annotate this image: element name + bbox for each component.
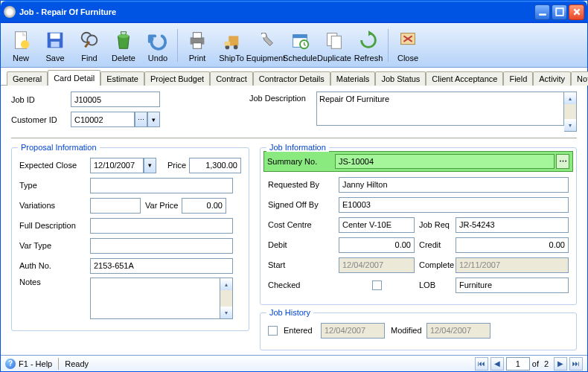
summary-no-input[interactable]: JS-10004 bbox=[335, 154, 555, 169]
type-label: Type bbox=[19, 181, 90, 190]
equipment-button[interactable]: Equipment bbox=[249, 25, 283, 65]
svg-rect-6 bbox=[51, 41, 59, 47]
variations-input[interactable] bbox=[90, 198, 141, 214]
proposal-legend: Proposal Information bbox=[18, 143, 100, 152]
duplicate-icon bbox=[322, 28, 346, 52]
svg-rect-0 bbox=[539, 13, 546, 15]
history-fieldset: Job History Entered Modified bbox=[260, 312, 577, 350]
requested-by-input[interactable] bbox=[339, 177, 569, 193]
lob-label: LOB bbox=[415, 280, 456, 289]
status-ready: Ready bbox=[65, 359, 89, 368]
pager-total: 2 bbox=[541, 359, 552, 368]
print-icon bbox=[185, 28, 209, 52]
job-desc-input[interactable] bbox=[316, 92, 564, 126]
statusbar: ? F1 - Help Ready ⏮ ◀ of 2 ▶ ⏭ bbox=[1, 355, 587, 371]
desc-scrollbar[interactable]: ▴▾ bbox=[564, 92, 577, 132]
start-label: Start bbox=[268, 260, 339, 269]
undo-button[interactable]: Undo bbox=[141, 25, 175, 65]
customer-dropdown-button[interactable]: ▾ bbox=[147, 112, 160, 127]
summary-lookup-button[interactable]: ⋯ bbox=[556, 154, 569, 169]
print-button[interactable]: Print bbox=[180, 25, 214, 65]
svg-rect-13 bbox=[229, 36, 238, 45]
delete-icon bbox=[112, 28, 135, 52]
refresh-button[interactable]: Refresh bbox=[351, 25, 386, 65]
expected-close-dropdown[interactable]: ▾ bbox=[144, 158, 156, 173]
full-desc-label: Full Description bbox=[19, 221, 90, 230]
tab-project-budget[interactable]: Project Budget bbox=[144, 71, 210, 86]
delete-button[interactable]: Delete bbox=[106, 25, 141, 65]
close-toolbar-button[interactable]: Close bbox=[391, 25, 425, 65]
tab-estimate[interactable]: Estimate bbox=[100, 71, 144, 86]
tab-contractor-details[interactable]: Contractor Details bbox=[253, 71, 330, 86]
tab-materials[interactable]: Materials bbox=[330, 71, 376, 86]
jobinfo-legend: Job Information bbox=[266, 143, 329, 152]
complete-label: Complete bbox=[415, 260, 456, 269]
pager-next[interactable]: ▶ bbox=[554, 357, 567, 371]
tab-client-acceptance[interactable]: Client Acceptance bbox=[426, 71, 503, 86]
requested-by-label: Requested By bbox=[268, 180, 339, 189]
pager-last[interactable]: ⏭ bbox=[569, 357, 583, 371]
customer-id-input[interactable] bbox=[71, 112, 135, 127]
job-id-input[interactable] bbox=[71, 92, 160, 107]
toolbar: New Save Find Delete Undo Print ShipTo E… bbox=[1, 23, 587, 68]
help-indicator[interactable]: ? F1 - Help bbox=[5, 359, 52, 369]
cost-centre-input[interactable] bbox=[339, 217, 415, 233]
job-id-label: Job ID bbox=[11, 95, 71, 104]
tab-general[interactable]: General bbox=[7, 71, 48, 86]
credit-input[interactable] bbox=[456, 237, 569, 253]
modified-label: Modified bbox=[385, 326, 426, 335]
tab-job-status[interactable]: Job Status bbox=[375, 71, 426, 86]
schedule-button[interactable]: Schedule bbox=[283, 25, 317, 65]
help-text: F1 - Help bbox=[19, 359, 52, 368]
var-price-label: Var Price bbox=[141, 201, 182, 210]
save-button[interactable]: Save bbox=[38, 25, 72, 65]
close-button[interactable] bbox=[569, 4, 584, 20]
full-desc-input[interactable] bbox=[90, 218, 233, 234]
svg-rect-12 bbox=[193, 42, 201, 48]
tab-field[interactable]: Field bbox=[503, 71, 533, 86]
tab-card-detail[interactable]: Card Detail bbox=[48, 70, 100, 86]
tab-notes[interactable]: Notes bbox=[571, 71, 588, 86]
expected-close-input[interactable] bbox=[90, 158, 144, 173]
pager-first[interactable]: ⏮ bbox=[475, 357, 488, 371]
pager-current[interactable] bbox=[506, 357, 530, 371]
job-req-input[interactable] bbox=[456, 217, 569, 233]
var-type-input[interactable] bbox=[90, 238, 233, 254]
entered-checkbox[interactable] bbox=[268, 326, 278, 336]
credit-label: Credit bbox=[415, 240, 456, 249]
svg-rect-19 bbox=[293, 34, 307, 38]
notes-scrollbar[interactable]: ▴▾ bbox=[220, 278, 233, 319]
complete-input bbox=[456, 257, 569, 273]
new-button[interactable]: New bbox=[4, 25, 38, 65]
pager-of: of bbox=[532, 359, 539, 368]
duplicate-button[interactable]: Duplicate bbox=[317, 25, 351, 65]
new-icon bbox=[9, 28, 33, 52]
notes-input[interactable] bbox=[90, 278, 220, 319]
undo-icon bbox=[146, 28, 170, 52]
checked-checkbox[interactable] bbox=[372, 280, 382, 290]
modified-input bbox=[426, 323, 490, 339]
lob-input[interactable] bbox=[456, 278, 569, 293]
checked-label: Checked bbox=[268, 280, 339, 289]
var-price-input[interactable] bbox=[182, 198, 226, 214]
record-pager: ⏮ ◀ of 2 ▶ ⏭ bbox=[475, 357, 583, 371]
auth-no-input[interactable] bbox=[90, 258, 233, 274]
tab-activity[interactable]: Activity bbox=[533, 71, 571, 86]
customer-lookup-button[interactable]: ⋯ bbox=[135, 112, 147, 127]
signed-off-input[interactable] bbox=[339, 197, 569, 213]
svg-rect-1 bbox=[556, 8, 563, 16]
maximize-button[interactable] bbox=[552, 4, 567, 20]
equipment-icon bbox=[254, 28, 278, 52]
debit-input[interactable] bbox=[339, 237, 415, 253]
type-input[interactable] bbox=[90, 178, 233, 193]
refresh-icon bbox=[357, 28, 380, 52]
find-button[interactable]: Find bbox=[72, 25, 106, 65]
entered-label: Entered bbox=[284, 326, 321, 335]
minimize-button[interactable] bbox=[534, 4, 550, 20]
pager-prev[interactable]: ◀ bbox=[490, 357, 504, 371]
job-desc-label: Job Description bbox=[249, 92, 316, 132]
tab-contract[interactable]: Contract bbox=[210, 71, 253, 86]
jobinfo-fieldset: Job Information Summary No. JS-10004 ⋯ R… bbox=[260, 147, 577, 305]
price-input[interactable] bbox=[189, 158, 241, 173]
shipto-button[interactable]: ShipTo bbox=[214, 25, 249, 65]
